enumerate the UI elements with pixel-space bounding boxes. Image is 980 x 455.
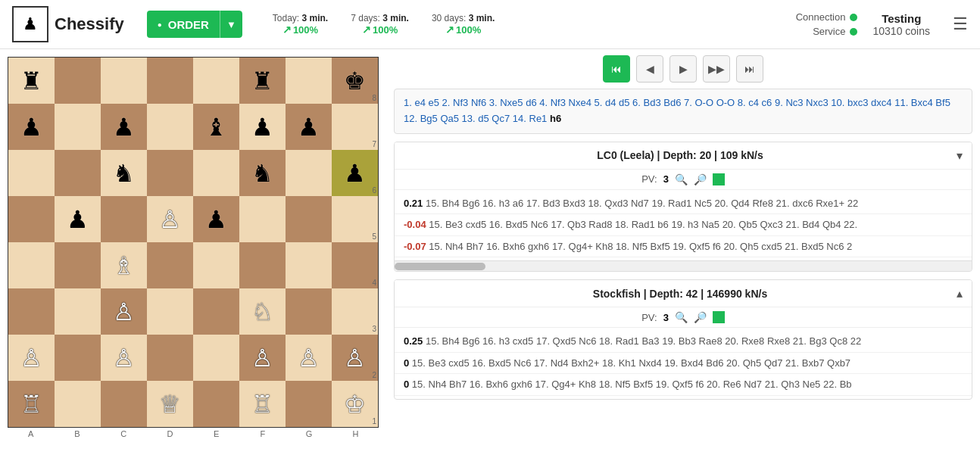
board-cell[interactable] (193, 335, 239, 381)
board-cell[interactable] (193, 58, 239, 104)
order-button-group[interactable]: ● ORDER ▼ (147, 11, 242, 38)
board-cell[interactable] (193, 288, 239, 335)
chess-piece: ♙ (113, 346, 135, 370)
board-cell[interactable]: ♟6 (332, 150, 378, 196)
board-cell[interactable] (101, 196, 147, 242)
board-cell[interactable] (239, 242, 286, 288)
stockfish-zoom-out-icon[interactable]: 🔎 (694, 311, 707, 323)
board-cell[interactable]: ♝ (193, 104, 239, 150)
nav-end-button[interactable]: ⏭ (736, 55, 763, 83)
board-cell[interactable] (239, 196, 286, 242)
board-cell[interactable] (193, 381, 239, 427)
board-cell[interactable] (147, 242, 193, 288)
stockfish-pv-label: PV: (641, 312, 657, 323)
board-cell[interactable] (55, 58, 101, 104)
nav-start-button[interactable]: ⏮ (603, 55, 630, 83)
board-cell[interactable]: 3 (332, 288, 378, 335)
board-cell[interactable] (55, 288, 101, 335)
rank-label: 1 (372, 417, 376, 425)
board-cell[interactable] (147, 288, 193, 335)
board-cell[interactable]: ♚8 (332, 58, 378, 104)
board-cell[interactable] (55, 335, 101, 381)
board-cell[interactable]: ♙ (147, 196, 193, 242)
chess-piece: ♟ (344, 161, 366, 185)
lc0-scrollbar[interactable] (395, 260, 972, 271)
stockfish-title: Stockfish | Depth: 42 | 146990 kN/s (404, 288, 957, 300)
board-cell[interactable]: ♗ (101, 242, 147, 288)
trend-up-icon: ↗ (282, 23, 292, 36)
stockfish-collapse-button[interactable]: ▴ (957, 286, 963, 301)
hamburger-menu-icon[interactable]: ☰ (953, 14, 968, 34)
order-dropdown[interactable]: ▼ (220, 11, 242, 38)
chess-piece: ♞ (113, 161, 135, 185)
board-cell[interactable] (8, 242, 55, 288)
board-cell[interactable]: ♜ (8, 58, 55, 104)
lc0-collapse-button[interactable]: ▾ (957, 148, 963, 163)
board-cell[interactable]: ♟ (193, 196, 239, 242)
service-label: Service (813, 26, 845, 37)
board-cell[interactable]: ♖ (239, 381, 286, 427)
stockfish-zoom-in-icon[interactable]: 🔍 (675, 311, 688, 323)
board-cell[interactable]: ♟ (55, 196, 101, 242)
board-cell[interactable] (286, 381, 332, 427)
board-cell[interactable] (147, 150, 193, 196)
board-cell[interactable]: ♙ (101, 335, 147, 381)
board-cell[interactable] (147, 58, 193, 104)
board-cell[interactable] (193, 150, 239, 196)
lc0-zoom-in-icon[interactable]: 🔍 (675, 173, 688, 185)
board-cell[interactable]: ♙2 (332, 335, 378, 381)
board-cell[interactable] (286, 196, 332, 242)
board-cell[interactable]: ♔1 (332, 381, 378, 427)
board-cell[interactable] (147, 335, 193, 381)
board-cell[interactable]: ♟ (101, 104, 147, 150)
board-cell[interactable]: ♞ (101, 150, 147, 196)
board-cell[interactable]: 7 (332, 104, 378, 150)
board-cell[interactable]: 5 (332, 196, 378, 242)
nav-next-button[interactable]: ▶ (669, 55, 697, 83)
chess-piece: ♙ (344, 346, 366, 370)
board-cell[interactable] (286, 150, 332, 196)
board-cell[interactable] (8, 150, 55, 196)
board-cell[interactable]: ♙ (101, 288, 147, 335)
board-cell[interactable]: ♟ (8, 104, 55, 150)
chess-board[interactable]: ♜♜♚8♟♟♝♟♟7♞♞♟6♟♙♟5♗4♙♘3♙♙♙♙♙2♖♕♖♔1 (8, 57, 379, 428)
board-cell[interactable]: ♘ (239, 288, 286, 335)
lc0-zoom-out-icon[interactable]: 🔎 (694, 173, 707, 185)
board-cell[interactable]: ♟ (286, 104, 332, 150)
board-cell[interactable] (147, 104, 193, 150)
nav-prev-button[interactable]: ◀ (636, 55, 663, 83)
board-cell[interactable]: ♙ (239, 335, 286, 381)
board-cell[interactable] (286, 58, 332, 104)
board-cell[interactable] (286, 288, 332, 335)
lc0-header: LC0 (Leela) | Depth: 20 | 109 kN/s ▾ (395, 142, 972, 170)
board-cell[interactable]: ♕ (147, 381, 193, 427)
board-cell[interactable] (8, 288, 55, 335)
board-cell[interactable] (101, 381, 147, 427)
board-cell[interactable]: ♟ (239, 104, 286, 150)
board-cell[interactable] (55, 104, 101, 150)
board-cell[interactable]: ♖ (8, 381, 55, 427)
board-cell[interactable] (286, 242, 332, 288)
chess-piece: ♙ (298, 346, 320, 370)
stat-7days-percent: ↗100% (362, 23, 398, 36)
board-cell[interactable] (55, 150, 101, 196)
board-cell[interactable]: ♙ (8, 335, 55, 381)
board-cell[interactable]: ♙ (286, 335, 332, 381)
main-content: ♜♜♚8♟♟♝♟♟7♞♞♟6♟♙♟5♗4♙♘3♙♙♙♙♙2♖♕♖♔1 A B C… (0, 49, 980, 455)
board-cell[interactable]: ♜ (239, 58, 286, 104)
board-cell[interactable] (8, 196, 55, 242)
chess-piece: ♝ (205, 115, 227, 139)
board-cell[interactable] (101, 58, 147, 104)
stockfish-color-box[interactable] (713, 311, 725, 323)
board-cell[interactable]: ♞ (239, 150, 286, 196)
file-a: A (8, 428, 54, 438)
lc0-line-2: -0.04 15. Be3 cxd5 16. Bxd5 Nc6 17. Qb3 … (395, 214, 972, 236)
board-cell[interactable] (55, 242, 101, 288)
order-button[interactable]: ● ORDER (147, 11, 220, 38)
stockfish-lines: 0.25 15. Bh4 Bg6 16. h3 cxd5 17. Qxd5 Nc… (395, 328, 972, 399)
nav-fast-forward-button[interactable]: ▶▶ (703, 55, 730, 83)
lc0-color-box[interactable] (713, 173, 725, 185)
board-cell[interactable] (193, 242, 239, 288)
board-cell[interactable]: 4 (332, 242, 378, 288)
board-cell[interactable] (55, 381, 101, 427)
